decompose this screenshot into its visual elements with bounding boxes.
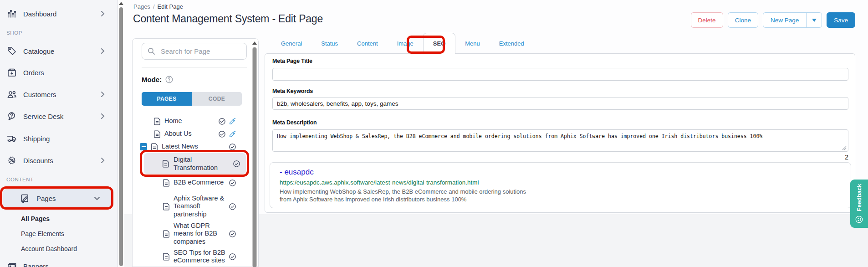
meta-keywords-label: Meta Keywords [272, 88, 313, 94]
tab-image[interactable]: Image [388, 33, 423, 54]
new-page-button[interactable]: New Page [763, 13, 806, 27]
tree-item-home[interactable]: Home [153, 116, 236, 126]
page-scrollbar[interactable] [117, 0, 124, 267]
tree-item-digital-transformation[interactable]: Digital Transformation [144, 153, 246, 174]
chevron-right-icon [101, 157, 105, 164]
sidebar-item-label: Pages [36, 195, 56, 202]
document-icon [153, 118, 161, 125]
tree-item-label: About Us [164, 130, 192, 138]
sidebar-item-catalogue[interactable]: Catalogue [0, 42, 117, 60]
edit-page-tabs: General Status Content Image SEO Menu Ex… [271, 33, 534, 54]
sidebar-item-label: Customers [23, 91, 56, 98]
feedback-button[interactable]: Feedback [850, 180, 868, 228]
tree-item-aphix-teamsoft[interactable]: Aphix Software & Teamsoft partnership [163, 194, 236, 219]
sidebar-subitem-page-elements[interactable]: Page Elements [21, 230, 64, 237]
sidebar-subitem-all-pages[interactable]: All Pages [21, 215, 50, 222]
tree-item-about-us[interactable]: About Us [153, 129, 236, 139]
sidebar-subitem-account-dashboard[interactable]: Account Dashboard [21, 245, 77, 252]
sidebar-item-banners[interactable]: Banners [0, 257, 117, 267]
sidebar-item-label: Catalogue [23, 47, 54, 55]
scroll-up-arrow[interactable] [252, 41, 257, 45]
delete-button[interactable]: Delete [691, 12, 723, 28]
clone-button[interactable]: Clone [728, 12, 758, 28]
catalogue-icon [6, 46, 17, 56]
published-check-icon [218, 118, 226, 125]
meta-description-textarea[interactable]: How implementing WebShop & SalesRep, the… [272, 129, 848, 152]
sidebar-item-label: Banners [23, 262, 49, 267]
sidebar-item-orders[interactable]: Orders [0, 63, 117, 82]
sidebar-section-shop: SHOP [6, 30, 22, 36]
page-search-box [142, 43, 247, 60]
document-icon [153, 130, 161, 138]
sidebar: Dashboard SHOP Catalogue Orders Customer… [0, 0, 117, 267]
breadcrumb-parent[interactable]: Pages [133, 3, 150, 10]
page-title: Content Management System - Edit Page [133, 13, 323, 25]
customers-icon [6, 89, 17, 100]
tree-scrollbar[interactable] [252, 40, 257, 267]
sidebar-item-pages[interactable]: Pages [3, 189, 112, 208]
mode-label: Mode: [142, 76, 162, 83]
published-check-icon [218, 130, 226, 138]
document-icon [163, 230, 170, 238]
sidebar-item-dashboard[interactable]: Dashboard [0, 5, 117, 23]
tab-general[interactable]: General [271, 33, 311, 54]
sidebar-item-label: Discounts [23, 157, 53, 164]
mode-code-button[interactable]: CODE [192, 92, 242, 106]
tree-item-gdpr[interactable]: What GDPR means for B2B companies [163, 225, 236, 243]
char-counter: 2 [845, 154, 848, 161]
sidebar-item-discounts[interactable]: Discounts [0, 151, 117, 169]
sidebar-item-label: Dashboard [23, 10, 56, 18]
scroll-up-arrow[interactable] [119, 2, 123, 5]
chevron-down-icon [94, 196, 100, 200]
tree-item-b2b-ecommerce[interactable]: B2B eCommerce [163, 178, 236, 188]
save-button[interactable]: Save [827, 12, 855, 28]
collapse-minus-icon[interactable] [140, 143, 147, 150]
tree-item-label: Digital Transformation [174, 155, 223, 172]
published-check-icon [229, 203, 236, 211]
tree-item-seo-tips[interactable]: SEO Tips for B2B eCommerce sites [163, 247, 236, 266]
mode-pages-button[interactable]: PAGES [142, 92, 192, 106]
document-icon [162, 160, 169, 168]
textarea-resize-handle[interactable] [842, 146, 847, 150]
meta-page-title-label: Meta Page Title [272, 58, 312, 64]
meta-description-label: Meta Description [272, 119, 317, 126]
breadcrumb-current: Edit Page [158, 3, 183, 10]
serp-preview: - eusapdc https:/eusapdc.aws.aphix.softw… [270, 162, 851, 208]
new-page-split-button: New Page [763, 12, 822, 28]
new-page-dropdown-button[interactable] [806, 13, 822, 27]
dashboard-icon [6, 8, 17, 19]
mode-row: Mode: [142, 76, 173, 83]
smiley-icon [855, 215, 863, 223]
tab-seo[interactable]: SEO [423, 33, 455, 54]
meta-page-title-input[interactable] [272, 68, 848, 81]
tree-item-label: Home [164, 117, 182, 125]
meta-keywords-input[interactable] [272, 97, 848, 110]
tree-item-label: Latest News [162, 143, 198, 150]
serp-title-link[interactable]: - eusapdc [280, 168, 841, 177]
action-buttons: Delete Clone New Page Save [691, 12, 855, 28]
scrollbar-thumb[interactable] [119, 7, 123, 266]
tab-menu[interactable]: Menu [455, 33, 490, 54]
discounts-icon [6, 155, 17, 166]
search-input[interactable] [160, 47, 252, 56]
chevron-right-icon [101, 10, 105, 17]
tree-item-label: SEO Tips for B2B eCommerce sites [174, 249, 228, 265]
scrollbar-thumb[interactable] [252, 47, 256, 267]
page-tree-panel: Mode: PAGES CODE Home About Us [132, 38, 259, 267]
published-check-icon [229, 230, 236, 238]
sidebar-item-shipping[interactable]: Shipping [0, 129, 117, 148]
help-icon[interactable] [165, 76, 173, 83]
tree-item-latest-news[interactable]: Latest News [140, 142, 236, 152]
sidebar-item-customers[interactable]: Customers [0, 85, 117, 103]
sidebar-item-service-desk[interactable]: Service Desk [0, 107, 117, 125]
tab-extended[interactable]: Extended [490, 33, 534, 54]
chevron-right-icon [101, 48, 105, 54]
sidebar-item-label: Shipping [23, 135, 50, 143]
feedback-label: Feedback [856, 184, 863, 211]
published-check-icon [229, 253, 236, 261]
tab-content[interactable]: Content [347, 33, 388, 54]
tab-status[interactable]: Status [311, 33, 347, 54]
document-icon [151, 143, 158, 151]
breadcrumb-separator: / [153, 3, 155, 10]
document-icon [163, 253, 170, 261]
